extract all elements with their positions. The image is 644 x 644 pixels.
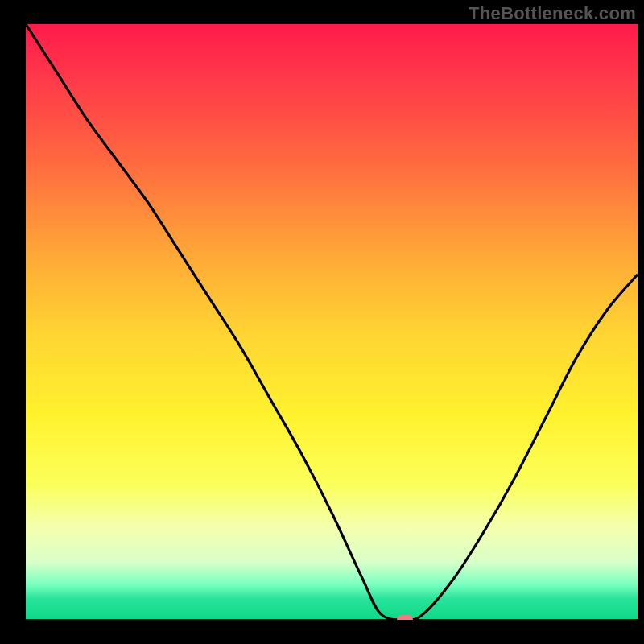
- plot-area: [26, 24, 638, 620]
- curve-layer: [26, 24, 638, 620]
- watermark-text: TheBottleneck.com: [469, 3, 636, 24]
- bottleneck-curve: [26, 24, 638, 620]
- optimal-point-marker: [397, 615, 413, 620]
- x-axis-line: [26, 619, 638, 621]
- chart-frame: TheBottleneck.com: [0, 0, 644, 644]
